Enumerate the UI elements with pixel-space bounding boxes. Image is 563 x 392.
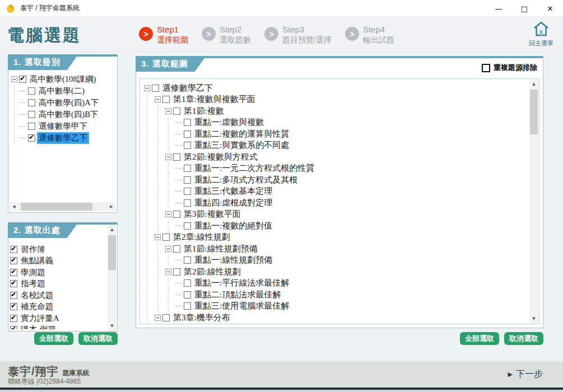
list-item[interactable]: 指考題	[10, 278, 106, 290]
tree-item[interactable]: 第3節:複數平面	[143, 209, 527, 221]
tree-item[interactable]: 重點二:複數的運算與性質	[143, 128, 527, 140]
tree-item[interactable]: 重點一:平行線法求最佳解	[143, 278, 527, 290]
tree-item[interactable]: 選修數學甲下	[10, 120, 115, 132]
tree-item[interactable]: 高中數學(108課綱)	[10, 73, 115, 85]
next-step-button[interactable]: ▶ 下一步	[508, 368, 543, 380]
scrollbar-thumb[interactable]	[21, 203, 92, 211]
tree-item[interactable]: 高中數學(四)A下	[10, 97, 115, 109]
tree-item-label[interactable]: 重點二:多項式方程式及其根	[193, 175, 299, 185]
minimize-button[interactable]: —	[486, 0, 511, 17]
tree-item[interactable]: 第3章:機率分布	[143, 312, 527, 323]
vertical-scrollbar[interactable]: ▲ ▼	[529, 80, 538, 323]
scroll-right-arrow[interactable]: ▶	[107, 202, 116, 211]
list-item-label[interactable]: 焦點講義	[20, 255, 54, 266]
tree-item-label[interactable]: 選修數學甲下	[38, 121, 89, 132]
list-item-label[interactable]: 補充命題	[20, 301, 54, 312]
tree-item[interactable]: 重點三:代數基本定理	[143, 186, 527, 198]
tree-item-label[interactable]: 第2節:線性規劃	[183, 267, 242, 277]
list-item[interactable]: 習作簿	[10, 244, 106, 255]
tree-collapse-icon[interactable]	[155, 96, 161, 102]
checkbox[interactable]	[10, 246, 17, 253]
tree-collapse-icon[interactable]	[165, 154, 171, 160]
tree-item-label[interactable]: 重點一:複數的絕對值	[193, 221, 273, 231]
tree-item-label[interactable]: 重點一:一元二次方程式根的性質	[193, 163, 315, 174]
scroll-up-arrow[interactable]: ▲	[529, 80, 538, 88]
list-item[interactable]: 焦點講義	[10, 255, 106, 267]
tree-item-label[interactable]: 重點三:與實數系的不同處	[193, 140, 290, 151]
tree-item-label[interactable]: 第2章:線性規劃	[172, 232, 231, 242]
list-item[interactable]: 學測題	[10, 267, 106, 278]
checkbox[interactable]	[10, 257, 17, 264]
tree-item-label[interactable]: 重點三:代數基本定理	[193, 186, 273, 197]
checkbox[interactable]	[173, 153, 180, 161]
select-all-button[interactable]: 全部選取	[460, 332, 499, 345]
checkbox[interactable]	[184, 165, 191, 172]
tree-item-label[interactable]: 選修數學乙下	[38, 133, 89, 143]
tree-item-label[interactable]: 第1節:複數	[183, 106, 225, 116]
checkbox[interactable]	[184, 130, 191, 138]
deselect-all-button[interactable]: 取消選取	[504, 332, 543, 345]
tree-item[interactable]: 重點一:線性規劃預備	[143, 255, 527, 267]
tree-item-label[interactable]: 第2節:複數與方程式	[183, 152, 259, 162]
checkbox[interactable]	[152, 85, 159, 92]
tree-collapse-icon[interactable]	[165, 211, 171, 217]
close-button[interactable]: ✕	[537, 0, 563, 17]
checkbox[interactable]	[10, 315, 17, 322]
scrollbar-thumb[interactable]	[108, 235, 116, 270]
tree-item-label[interactable]: 第3章:機率分布	[172, 312, 231, 323]
tree-item[interactable]: 重點三:使用電腦求最佳解	[143, 301, 527, 312]
tree-item[interactable]: 重點一:複數的絕對值	[143, 220, 527, 232]
scrollbar-track[interactable]	[529, 88, 538, 314]
vertical-scrollbar[interactable]: ▲ ▼	[108, 225, 117, 330]
checkbox[interactable]	[184, 199, 191, 207]
tree-item-label[interactable]: 第1節:線性規劃預備	[183, 244, 259, 254]
tree-collapse-icon[interactable]	[11, 76, 17, 82]
tree-item-label[interactable]: 重點四:虛根成對定理	[193, 198, 273, 208]
tree-item-label[interactable]: 高中數學(四)B下	[38, 109, 99, 120]
list-item[interactable]: 名校試題	[10, 290, 106, 301]
checkbox[interactable]	[162, 234, 170, 241]
tree-item-label[interactable]: 重點二:頂點法求最佳解	[193, 290, 282, 300]
scroll-down-arrow[interactable]: ▼	[529, 314, 538, 323]
checkbox[interactable]	[173, 268, 180, 276]
tree-item[interactable]: 高中數學(四)B下	[10, 109, 115, 120]
checkbox[interactable]	[10, 280, 17, 287]
checkbox[interactable]	[173, 108, 180, 115]
checkbox[interactable]	[184, 222, 191, 230]
tree-item[interactable]: 第2節:複數與方程式	[143, 151, 527, 163]
horizontal-scrollbar[interactable]: ◀ ▶	[10, 202, 116, 211]
checkbox[interactable]	[10, 303, 17, 310]
tree-item-label[interactable]: 高中數學(108課綱)	[29, 74, 97, 85]
tree-item-label[interactable]: 第1章:複數與複數平面	[172, 94, 257, 105]
scrollbar-track[interactable]	[18, 202, 107, 211]
list-item-label[interactable]: 學測題	[20, 267, 46, 278]
tree-collapse-icon[interactable]	[155, 315, 161, 321]
tree-item-label[interactable]: 選修數學乙下	[161, 83, 214, 94]
checkbox[interactable]	[28, 134, 35, 142]
checkbox[interactable]	[28, 99, 35, 106]
tree-item[interactable]: 第2節:線性規劃	[143, 266, 527, 278]
checkbox[interactable]	[28, 123, 35, 130]
checkbox[interactable]	[184, 256, 191, 264]
list-item-label[interactable]: 習作簿	[20, 244, 46, 255]
scrollbar-thumb[interactable]	[530, 90, 538, 134]
checkbox[interactable]	[184, 176, 191, 184]
tree-item[interactable]: 重點四:虛根成對定理	[143, 197, 527, 209]
tree-item[interactable]: 重點一:虛數與複數	[143, 117, 527, 129]
tree-item[interactable]: 選修數學乙下	[10, 132, 115, 144]
scrollbar-track[interactable]	[108, 234, 117, 321]
list-item-label[interactable]: 名校試題	[20, 290, 54, 301]
deselect-all-button[interactable]: 取消選取	[78, 332, 118, 345]
tree-item-label[interactable]: 第3節:複數平面	[183, 209, 242, 220]
checkbox[interactable]	[162, 314, 170, 321]
tree-collapse-icon[interactable]	[165, 269, 171, 275]
checkbox[interactable]	[10, 292, 17, 299]
checkbox[interactable]	[482, 64, 490, 72]
checkbox[interactable]	[184, 291, 191, 298]
maximize-button[interactable]: □	[511, 0, 537, 17]
scroll-down-arrow[interactable]: ▼	[108, 321, 117, 330]
list-item[interactable]: 實力評量A	[10, 312, 106, 324]
home-button[interactable]: 回主選單	[525, 21, 557, 48]
duplicate-source-exclude-checkbox[interactable]: 重複題源排除	[481, 62, 538, 73]
tree-item-label[interactable]: 重點二:複數的運算與性質	[193, 129, 290, 139]
